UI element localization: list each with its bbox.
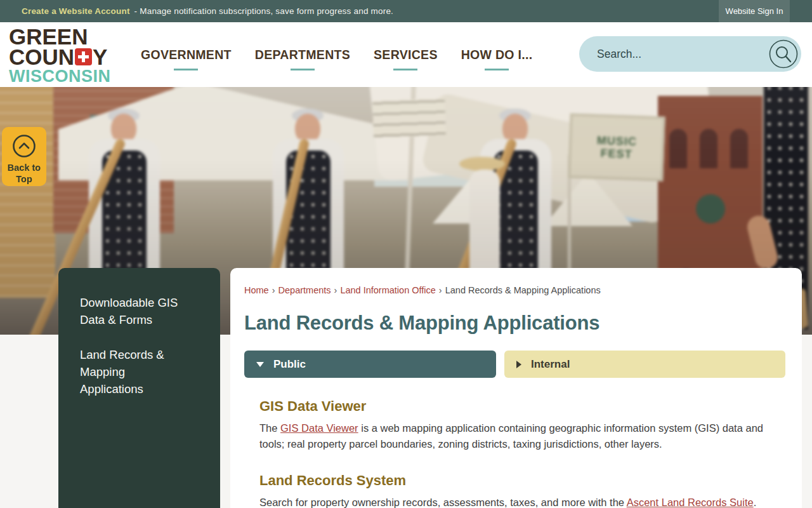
search-icon[interactable] (769, 39, 798, 69)
county-logo[interactable]: GREEN COUN Y WISCONSIN (9, 27, 111, 86)
swiss-cross-icon (75, 48, 92, 65)
main-nav: GOVERNMENT DEPARTMENTS SERVICES HOW DO I… (141, 22, 532, 87)
triangle-down-icon (256, 362, 264, 367)
page: Create a Website Account- Manage notific… (0, 0, 812, 508)
account-tagline: - Manage notification subscriptions, sav… (134, 6, 393, 16)
logo-county-left: COUN (9, 46, 74, 67)
site-header: GREEN COUN Y WISCONSIN GOVERNMENT DEPART… (0, 22, 812, 87)
logo-line-county: COUN Y (9, 46, 111, 67)
text-before-link: The (259, 422, 280, 434)
section-paragraph: Search for property ownership records, a… (259, 495, 775, 508)
section-gis-data-viewer: GIS Data Viewer The GIS Data Viewer is a… (259, 398, 785, 452)
public-sections: GIS Data Viewer The GIS Data Viewer is a… (244, 398, 785, 508)
breadcrumb-departments[interactable]: Departments (278, 285, 331, 295)
logo-county-right: Y (93, 46, 107, 67)
nav-item-departments[interactable]: DEPARTMENTS (255, 48, 350, 62)
nav-item-how-do-i[interactable]: HOW DO I... (461, 48, 533, 62)
section-sidebar: Downloadable GIS Data & Forms Land Recor… (58, 268, 220, 508)
breadcrumb-home[interactable]: Home (244, 285, 269, 295)
breadcrumb-separator: › (334, 285, 337, 295)
section-heading: GIS Data Viewer (259, 398, 785, 415)
breadcrumb-current-page: Land Records & Mapping Applications (445, 285, 601, 295)
search-bar (579, 36, 801, 72)
section-paragraph: The GIS Data Viewer is a web mapping app… (259, 420, 775, 452)
breadcrumb-land-information-office[interactable]: Land Information Office (340, 285, 435, 295)
content-card: Home›Departments›Land Information Office… (230, 268, 802, 508)
tab-internal[interactable]: Internal (504, 351, 785, 378)
chevron-up-circle-icon (12, 134, 36, 160)
logo-line-wisconsin: WISCONSIN (9, 67, 111, 86)
breadcrumb: Home›Departments›Land Information Office… (244, 285, 785, 295)
accordion-tabs: Public Internal (244, 351, 785, 378)
section-heading: Land Records System (259, 472, 785, 489)
tab-public[interactable]: Public (244, 351, 496, 378)
text-before-link: Search for property ownership records, a… (259, 497, 627, 508)
search-input[interactable] (597, 36, 749, 72)
breadcrumb-separator: › (272, 285, 275, 295)
page-title: Land Records & Mapping Applications (244, 312, 785, 335)
account-promo-text: Create a Website Account- Manage notific… (22, 6, 393, 16)
lower-region: Downloadable GIS Data & Forms Land Recor… (0, 268, 812, 508)
top-utility-bar: Create a Website Account- Manage notific… (0, 0, 812, 22)
text-after-link: . (754, 497, 757, 508)
triangle-right-icon (516, 361, 521, 368)
nav-item-government[interactable]: GOVERNMENT (141, 48, 232, 62)
back-to-top-label: Back to Top (6, 162, 43, 185)
breadcrumb-separator: › (439, 285, 442, 295)
website-sign-in-button[interactable]: Website Sign In (719, 0, 790, 22)
tab-public-label: Public (273, 358, 306, 371)
logo-line-green: GREEN (9, 27, 111, 46)
back-to-top-button[interactable]: Back to Top (2, 127, 46, 186)
create-account-link[interactable]: Create a Website Account (22, 6, 130, 16)
gis-data-viewer-link[interactable]: GIS Data Viewer (280, 422, 358, 434)
ascent-land-records-suite-link[interactable]: Ascent Land Records Suite (627, 497, 754, 508)
nav-item-services[interactable]: SERVICES (374, 48, 438, 62)
section-land-records-system: Land Records System Search for property … (259, 472, 785, 508)
sidebar-item-downloadable-gis-data-forms[interactable]: Downloadable GIS Data & Forms (80, 294, 185, 328)
sidebar-item-land-records-mapping-applications[interactable]: Land Records & Mapping Applications (80, 346, 185, 398)
tab-internal-label: Internal (531, 358, 570, 371)
